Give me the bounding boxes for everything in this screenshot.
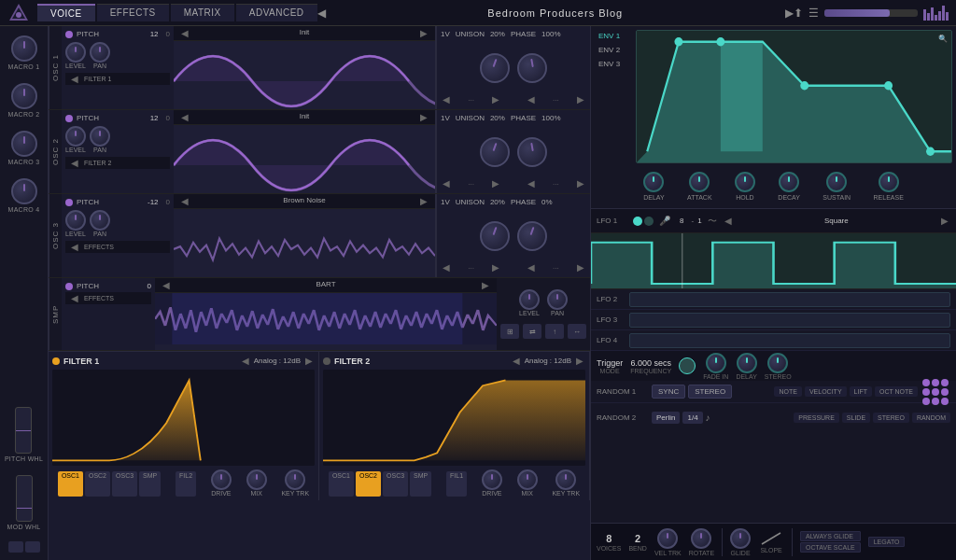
velocity-btn[interactable]: VELOCITY	[805, 386, 847, 397]
stereo-btn[interactable]: STEREO	[873, 413, 909, 423]
macro-4-knob[interactable]	[11, 178, 37, 204]
filter1-osc1-btn[interactable]: OSC1	[58, 471, 83, 497]
smp-loop-btn[interactable]: ⊞	[500, 324, 519, 339]
osc3-phase-knob[interactable]	[517, 221, 547, 251]
osc2-phase-br[interactable]: ▶	[575, 178, 586, 189]
filter1-osc2-btn[interactable]: OSC2	[85, 471, 110, 497]
smp-shuffle-btn[interactable]: ⇄	[523, 324, 541, 339]
filter1-active-dot[interactable]	[52, 357, 60, 365]
osc2-unison-br[interactable]: ▶	[490, 178, 501, 189]
smp-wave-right[interactable]: ▶	[480, 280, 491, 290]
macro-1-knob[interactable]	[11, 35, 37, 62]
smp-pan-knob[interactable]	[547, 289, 568, 310]
osc3-unison-bl[interactable]: ◀	[441, 262, 452, 273]
filter2-type-left[interactable]: ◀	[511, 356, 522, 366]
osc3-phase-br[interactable]: ▶	[575, 262, 586, 273]
filter1-type-left[interactable]: ◀	[240, 356, 251, 366]
osc1-phase-bottom-left[interactable]: ◀	[526, 94, 537, 105]
filter2-keytrk-knob[interactable]	[555, 469, 576, 490]
lfo1-wave-edit-icon[interactable]: 〜	[706, 215, 719, 228]
osc3-wave-right[interactable]: ▶	[418, 196, 429, 206]
octave-scale-btn[interactable]: OCTAVE SCALE	[800, 542, 861, 553]
osc3-filter-left[interactable]: ◀	[69, 242, 80, 252]
osc1-wave-left[interactable]: ◀	[179, 28, 190, 38]
filter1-drive-knob[interactable]	[211, 469, 232, 490]
slide-btn[interactable]: SLIDE	[842, 413, 870, 423]
veltrk-knob[interactable]	[657, 528, 678, 549]
osc2-pan-knob[interactable]	[90, 126, 110, 147]
osc3-unison-knob[interactable]	[480, 221, 510, 251]
mod-wheel[interactable]	[16, 475, 33, 522]
osc3-wave-left[interactable]: ◀	[179, 196, 190, 206]
smp-flip-btn[interactable]: ↔	[568, 324, 586, 339]
random-btn[interactable]: RANDOM	[912, 413, 950, 423]
lfo1-mic-icon[interactable]: 🎤	[657, 216, 672, 226]
note-btn[interactable]: NOTE	[774, 386, 801, 397]
osc1-phase-bottom-right[interactable]: ▶	[575, 94, 586, 105]
env-attack-knob[interactable]	[689, 172, 710, 192]
osc1-wave-right[interactable]: ▶	[418, 28, 429, 38]
filter2-osc1-btn[interactable]: OSC1	[329, 471, 354, 497]
random1-stereo-btn[interactable]: STEREO	[688, 385, 732, 399]
osc1-active-dot[interactable]	[65, 31, 73, 38]
filter2-active-dot[interactable]	[323, 357, 330, 365]
osc1-unison-knob[interactable]	[480, 53, 510, 83]
filter1-smp-btn[interactable]: SMP	[139, 471, 161, 497]
env1-label[interactable]: ENV 1	[595, 30, 632, 42]
rotate-knob[interactable]	[691, 528, 711, 549]
osc2-wave-right[interactable]: ▶	[418, 112, 429, 122]
osc3-pan-knob[interactable]	[90, 210, 110, 231]
filter1-type-right[interactable]: ▶	[303, 356, 315, 366]
smp-export-btn[interactable]: ↑	[545, 324, 564, 339]
oct-note-btn[interactable]: OCT NOTE	[875, 386, 918, 397]
random2-note-icon[interactable]: ♪	[706, 413, 710, 423]
osc1-level-knob[interactable]	[65, 42, 86, 63]
view-toggle-1[interactable]	[8, 541, 23, 553]
tab-advanced[interactable]: ADVANCED	[236, 4, 317, 21]
filter2-fil1-btn[interactable]: FIL1	[446, 471, 467, 497]
always-glide-btn[interactable]: ALWAYS GLIDE	[800, 531, 861, 541]
lfo1-shape-right[interactable]: ▶	[939, 216, 950, 226]
random1-sync-btn[interactable]: SYNC	[652, 385, 685, 399]
lfo1-dot1[interactable]	[633, 217, 642, 226]
osc2-level-knob[interactable]	[65, 126, 86, 147]
env2-label[interactable]: ENV 2	[595, 44, 632, 56]
osc1-filter-left[interactable]: ◀	[69, 74, 80, 84]
filter2-type-right[interactable]: ▶	[574, 356, 585, 366]
env-hold-knob[interactable]	[735, 172, 755, 192]
filter1-osc3-btn[interactable]: OSC3	[112, 471, 137, 497]
trigger-delay-knob[interactable]	[737, 353, 757, 373]
smp-active-dot[interactable]	[65, 283, 73, 290]
filter1-fil2-btn[interactable]: FIL2	[176, 471, 196, 497]
osc2-unison-bl[interactable]: ◀	[441, 178, 452, 189]
env-release-knob[interactable]	[879, 172, 899, 192]
glide-knob[interactable]	[730, 528, 751, 549]
osc2-active-dot[interactable]	[65, 115, 73, 122]
nav-left-arrow[interactable]: ◀	[317, 7, 326, 20]
smp-filter-left[interactable]: ◀	[69, 293, 80, 303]
env-decay-knob[interactable]	[779, 172, 799, 192]
osc2-phase-bl[interactable]: ◀	[526, 178, 537, 189]
random2-style-btn[interactable]: Perlin	[652, 412, 680, 424]
macro-2-knob[interactable]	[11, 83, 37, 109]
osc1-unison-bottom-right[interactable]: ▶	[490, 94, 501, 105]
osc3-unison-br[interactable]: ▶	[490, 262, 501, 273]
osc3-level-knob[interactable]	[65, 210, 86, 231]
env3-label[interactable]: ENV 3	[595, 58, 632, 70]
env-delay-knob[interactable]	[643, 172, 664, 192]
osc2-filter-left[interactable]: ◀	[69, 158, 80, 168]
osc2-wave-left[interactable]: ◀	[179, 112, 190, 122]
lfo1-dot2[interactable]	[644, 217, 654, 226]
legato-btn[interactable]: LEGATO	[868, 537, 906, 547]
lift-btn[interactable]: LIFT	[850, 386, 872, 397]
tab-matrix[interactable]: MATRIX	[171, 4, 234, 21]
filter2-osc3-btn[interactable]: OSC3	[383, 471, 408, 497]
tab-effects[interactable]: EFFECTS	[97, 4, 169, 21]
osc2-unison-knob[interactable]	[480, 137, 510, 167]
osc1-pan-knob[interactable]	[90, 42, 110, 63]
osc1-phase-knob[interactable]	[517, 53, 547, 83]
filter1-mix-knob[interactable]	[246, 469, 267, 490]
env-sustain-knob[interactable]	[826, 172, 847, 192]
nav-right-arrow[interactable]: ▶	[785, 7, 794, 20]
lfo1-shape-left[interactable]: ◀	[723, 216, 734, 226]
